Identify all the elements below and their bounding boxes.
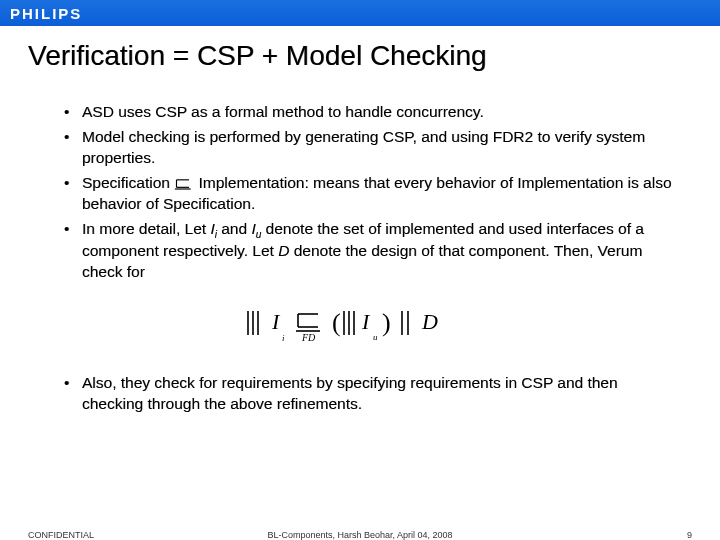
footer-confidential: CONFIDENTIAL (28, 530, 94, 540)
bullet-list-a: ASD uses CSP as a formal method to handl… (60, 102, 680, 283)
bullet-text: Model checking is performed by generatin… (82, 128, 645, 166)
slide-content: ASD uses CSP as a formal method to handl… (0, 102, 720, 415)
refinement-icon (174, 178, 194, 190)
brand-logo: PHILIPS (10, 5, 82, 22)
svg-text:FD: FD (301, 332, 316, 343)
bullet-item: Model checking is performed by generatin… (60, 127, 680, 169)
bullet-text: Specification Implementation: means that… (82, 174, 672, 212)
bullet-item: Specification Implementation: means that… (60, 173, 680, 215)
svg-text:D: D (421, 309, 438, 334)
svg-text:(: ( (332, 308, 341, 337)
formula-block: I i FD ( I u ) D (60, 301, 680, 349)
bullet-item: In more detail, Let Ii and Iu denote the… (60, 219, 680, 283)
bullet-item: Also, they check for requirements by spe… (60, 373, 680, 415)
page-number: 9 (687, 530, 692, 540)
bullet-item: ASD uses CSP as a formal method to handl… (60, 102, 680, 123)
bullet-list-b: Also, they check for requirements by spe… (60, 373, 680, 415)
bullet-text: In more detail, Let Ii and Iu denote the… (82, 220, 644, 281)
svg-text:I: I (361, 309, 371, 334)
bullet-text: Also, they check for requirements by spe… (82, 374, 618, 412)
formula-svg: I i FD ( I u ) D (240, 301, 500, 345)
slide-title: Verification = CSP + Model Checking (28, 40, 720, 72)
svg-text:u: u (373, 332, 378, 342)
svg-text:I: I (271, 309, 281, 334)
top-bar: PHILIPS (0, 0, 720, 26)
bullet-text: ASD uses CSP as a formal method to handl… (82, 103, 484, 120)
svg-text:i: i (282, 333, 285, 343)
svg-text:): ) (382, 308, 391, 337)
footer-meta: BL-Components, Harsh Beohar, April 04, 2… (267, 530, 452, 540)
